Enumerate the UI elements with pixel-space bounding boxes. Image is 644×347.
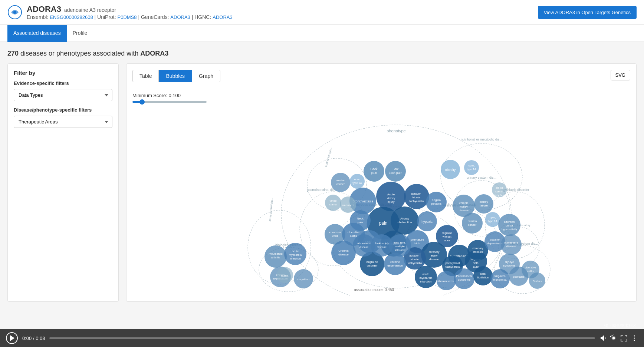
tab-associated-diseases[interactable]: Associated diseases bbox=[7, 25, 67, 42]
summary-gene: ADORA3 bbox=[140, 50, 168, 57]
viz-tab-bubbles[interactable]: Bubbles bbox=[159, 70, 192, 82]
svg-text:dependence: dependence bbox=[387, 264, 402, 267]
svg-text:with: with bbox=[473, 261, 478, 265]
svg-text:stenosis: stenosis bbox=[473, 250, 483, 254]
tab-profile[interactable]: Profile bbox=[67, 25, 93, 42]
svg-text:birth: birth bbox=[414, 242, 420, 245]
svg-text:premature: premature bbox=[411, 238, 424, 241]
svg-text:disease: disease bbox=[359, 246, 368, 248]
svg-text:without: without bbox=[442, 235, 452, 238]
svg-text:rheumatoid: rheumatoid bbox=[269, 252, 283, 255]
svg-text:disease: disease bbox=[377, 245, 387, 249]
svg-text:sing-rem.: sing-rem. bbox=[494, 274, 506, 278]
svg-text:fibrillation: fibrillation bbox=[477, 276, 489, 279]
summary-title: 270 diseases or phenotypes associated wi… bbox=[7, 50, 637, 57]
svg-text:dry eye: dry eye bbox=[505, 260, 514, 264]
summary-text: diseases or phenotypes bbox=[20, 50, 91, 57]
viz-tab-graph[interactable]: Graph bbox=[192, 70, 220, 82]
svg-text:sing-rem.: sing-rem. bbox=[394, 241, 405, 244]
uniprot-label: UniProt: bbox=[97, 14, 116, 20]
genecards-link[interactable]: ADORA3 bbox=[170, 14, 190, 20]
svg-text:myocardia: myocardia bbox=[289, 253, 302, 257]
svg-text:hypoxia: hypoxia bbox=[421, 220, 433, 224]
svg-text:infarction: infarction bbox=[420, 280, 431, 283]
svg-text:association score: 0.450: association score: 0.450 bbox=[354, 288, 394, 292]
svg-text:pain: pain bbox=[357, 221, 363, 224]
svg-text:Syndrome: Syndrome bbox=[458, 278, 470, 281]
svg-text:ulcerative: ulcerative bbox=[525, 266, 536, 269]
svg-text:cognition: cognition bbox=[298, 278, 309, 281]
score-section: Minimum Score: 0.100 bbox=[132, 93, 630, 103]
svg-text:arthritis: arthritis bbox=[271, 256, 280, 259]
svg-text:Neck: Neck bbox=[357, 217, 364, 220]
svg-text:ovarian: ovarian bbox=[468, 219, 477, 223]
svg-text:hyperactivity: hyperactivity bbox=[502, 228, 517, 231]
svg-text:ovarian: ovarian bbox=[336, 179, 345, 182]
svg-text:apraven-: apraven- bbox=[409, 254, 420, 257]
svg-text:multiple: multiple bbox=[395, 245, 405, 248]
svg-text:atrial: atrial bbox=[480, 272, 486, 275]
svg-text:tachycardia: tachycardia bbox=[410, 199, 424, 203]
svg-text:disease: disease bbox=[459, 209, 469, 212]
ensembl-link[interactable]: ENSG00000282608 bbox=[50, 14, 93, 20]
svg-text:Parkinson's: Parkinson's bbox=[375, 242, 389, 245]
svg-text:pain: pain bbox=[379, 221, 388, 226]
therapeutic-areas-select[interactable]: Therapeutic Areas bbox=[14, 116, 112, 128]
svg-text:cancer: cancer bbox=[468, 223, 477, 227]
svg-text:tricular: tricular bbox=[413, 196, 421, 199]
svg-text:Airway: Airway bbox=[400, 217, 409, 220]
svg-point-1 bbox=[13, 11, 16, 14]
genetics-button[interactable]: View ADORA3 in Open Targets Genetics bbox=[538, 6, 637, 19]
hgnc-label: HGNC: bbox=[194, 14, 211, 20]
content-layout: Filter by Evidence-specific filters Data… bbox=[7, 63, 637, 302]
data-types-select[interactable]: Data Types bbox=[14, 89, 112, 101]
svg-text:attention: attention bbox=[504, 220, 515, 224]
filter-panel: Filter by Evidence-specific filters Data… bbox=[7, 63, 119, 302]
main-tabs: Associated diseases Profile bbox=[0, 25, 644, 42]
gene-links: Ensembl: ENSG00000282608 | UniProt: P0DM… bbox=[27, 14, 233, 20]
svg-point-113 bbox=[353, 234, 375, 257]
svg-text:Parkinson-W: Parkinson-W bbox=[456, 274, 473, 278]
svg-text:Back: Back bbox=[371, 167, 378, 171]
svg-text:ssenti.: ssenti. bbox=[495, 190, 503, 193]
svg-text:endocrine sys...: endocrine sys... bbox=[324, 146, 333, 167]
svg-text:opar,: opar, bbox=[354, 178, 361, 181]
svg-text:failure: failure bbox=[480, 204, 488, 207]
gene-description: adenosine A3 receptor bbox=[64, 7, 116, 13]
svg-text:migraine: migraine bbox=[367, 260, 378, 264]
uniprot-link[interactable]: P0DMS8 bbox=[118, 14, 137, 20]
svg-text:acute: acute bbox=[423, 272, 429, 276]
svg-text:type 1A: type 1A bbox=[467, 168, 476, 171]
svg-text:amilia: amilia bbox=[496, 186, 503, 189]
hgnc-link[interactable]: ADORA3 bbox=[213, 14, 232, 20]
svg-text:taneo: taneo bbox=[330, 199, 337, 202]
svg-text:apraven-: apraven- bbox=[411, 192, 422, 195]
svg-text:colitis: colitis bbox=[350, 234, 357, 238]
svg-text:smenorrh: smenorrh bbox=[342, 204, 354, 207]
svg-text:disease: disease bbox=[429, 258, 439, 261]
svg-text:musculo skeletal...: musculo skeletal... bbox=[268, 197, 274, 222]
svg-text:tricular: tricular bbox=[411, 258, 419, 261]
svg-text:sclerosis: sclerosis bbox=[394, 248, 405, 252]
svg-text:back pain: back pain bbox=[389, 171, 402, 175]
viz-tab-table[interactable]: Table bbox=[132, 70, 159, 82]
svg-text:migraine: migraine bbox=[442, 231, 453, 235]
svg-text:kidney: kidney bbox=[460, 205, 468, 208]
gene-symbol: ADORA3 bbox=[27, 4, 61, 14]
main-content: 270 diseases or phenotypes associated wi… bbox=[0, 42, 644, 309]
bubble-visualization: phenotype nutritional or metabolic dis..… bbox=[132, 110, 630, 295]
gene-info: ADORA3 adenosine A3 receptor Ensembl: EN… bbox=[27, 4, 233, 20]
svg-text:opar,: opar, bbox=[490, 216, 496, 219]
svg-text:infarction: infarction bbox=[290, 257, 301, 260]
svg-text:myocardia: myocardia bbox=[420, 276, 433, 280]
svg-text:phenotype: phenotype bbox=[387, 129, 405, 133]
disease-section-title: Disease/phenotype-specific filters bbox=[14, 107, 112, 113]
svg-text:obstruction: obstruction bbox=[397, 221, 412, 224]
score-slider[interactable] bbox=[132, 101, 207, 103]
svg-text:common: common bbox=[329, 231, 341, 234]
svg-text:dependence: dependence bbox=[487, 242, 502, 245]
svg-text:aura: aura bbox=[444, 239, 450, 242]
svg-text:ulcerative: ulcerative bbox=[348, 231, 359, 234]
svg-export-button[interactable]: SVG bbox=[611, 70, 630, 80]
svg-text:kidney: kidney bbox=[479, 200, 488, 204]
